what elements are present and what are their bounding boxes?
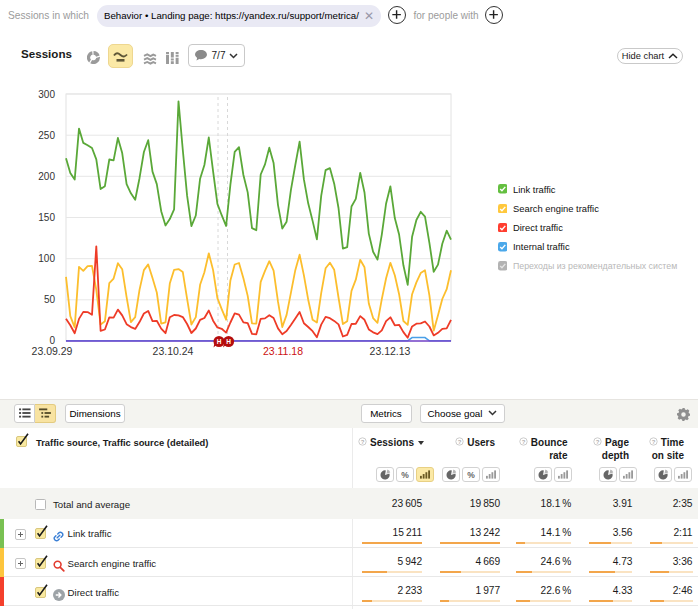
svg-text:300: 300 [38,89,55,100]
svg-text:?: ? [521,438,525,444]
svg-text:250: 250 [38,130,55,141]
svg-text:23.12.13: 23.12.13 [370,345,411,357]
svg-text:?: ? [458,438,462,444]
svg-text:?: ? [651,438,655,444]
svg-text:H: H [217,338,222,345]
svg-text:200: 200 [38,171,55,182]
svg-text:50: 50 [44,294,56,305]
svg-text:?: ? [596,438,600,444]
svg-text:150: 150 [38,212,55,223]
svg-text:100: 100 [38,253,55,264]
svg-text:23.09.29: 23.09.29 [32,345,73,357]
svg-text:?: ? [361,438,365,444]
svg-text:H: H [226,338,231,345]
svg-text:23.11.18: 23.11.18 [263,345,303,357]
svg-text:23.10.24: 23.10.24 [153,345,194,357]
